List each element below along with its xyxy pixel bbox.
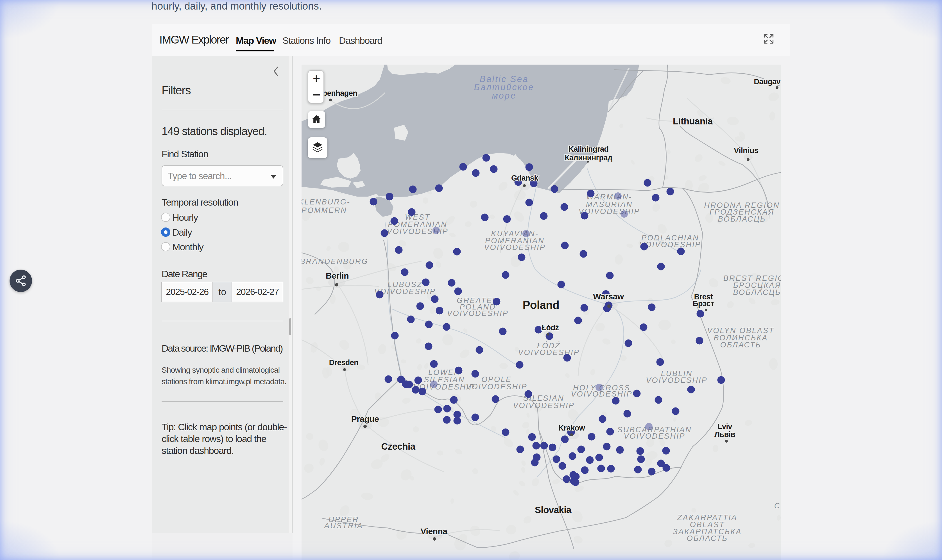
svg-text:Daugavpils: Daugavpils — [754, 77, 781, 86]
svg-text:Lviv: Lviv — [717, 422, 732, 431]
svg-text:Warsaw: Warsaw — [593, 292, 624, 301]
svg-text:Калининград: Калининград — [564, 154, 612, 162]
svg-text:ОБЛАСТЬ: ОБЛАСТЬ — [720, 341, 761, 349]
svg-text:море: море — [492, 91, 516, 100]
svg-text:Gdansk: Gdansk — [511, 174, 539, 182]
svg-text:Lithuania: Lithuania — [673, 116, 713, 126]
svg-text:MECKLENBURG-: MECKLENBURG- — [302, 198, 350, 206]
svg-text:VOIVODESHIP: VOIVODESHIP — [518, 348, 580, 357]
svg-text:Львів: Львів — [714, 430, 735, 438]
svg-text:VOIVODESHIP: VOIVODESHIP — [646, 376, 707, 385]
svg-text:Dresden: Dresden — [329, 358, 359, 367]
svg-text:VOIVODESHIP: VOIVODESHIP — [624, 432, 685, 440]
svg-text:ВОБЛАСЦЬ: ВОБЛАСЦЬ — [733, 288, 781, 297]
svg-text:Poland: Poland — [523, 299, 559, 311]
svg-text:ОБЛАСТЬ: ОБЛАСТЬ — [687, 534, 728, 543]
svg-text:Vilnius: Vilnius — [734, 146, 759, 155]
svg-text:CHE: CHE — [774, 502, 781, 510]
svg-text:Slovakia: Slovakia — [535, 505, 572, 515]
svg-text:Berlin: Berlin — [326, 271, 349, 280]
svg-text:VOIVODESHIP: VOIVODESHIP — [571, 390, 632, 398]
svg-text:VOIVODESHIP: VOIVODESHIP — [447, 309, 508, 318]
svg-text:Czechia: Czechia — [381, 441, 415, 452]
svg-text:Vienna: Vienna — [421, 526, 448, 536]
svg-text:Kaliningrad: Kaliningrad — [568, 145, 608, 153]
svg-text:VOIVODESHIP: VOIVODESHIP — [513, 402, 574, 410]
svg-text:VORPOMMERN: VORPOMMERN — [302, 206, 347, 215]
svg-text:VOIVODESHIP: VOIVODESHIP — [466, 383, 527, 391]
svg-text:Krakow: Krakow — [558, 424, 585, 432]
svg-text:VOIVODESHIP: VOIVODESHIP — [639, 240, 701, 249]
svg-text:Prague: Prague — [351, 414, 379, 423]
svg-text:BRANDENBURG: BRANDENBURG — [302, 257, 368, 266]
svg-text:ВОБЛАСЦЬ: ВОБЛАСЦЬ — [718, 215, 766, 223]
svg-text:VOIVODESHIP: VOIVODESHIP — [484, 243, 546, 252]
svg-text:Łódź: Łódź — [542, 323, 559, 332]
svg-text:AUSTRIA: AUSTRIA — [324, 522, 363, 530]
svg-text:Брэст: Брэст — [693, 299, 714, 308]
